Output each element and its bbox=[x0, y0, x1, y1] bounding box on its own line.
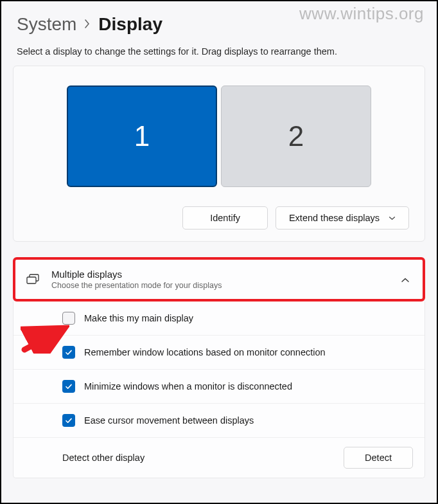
minimize-windows-checkbox[interactable] bbox=[62, 380, 75, 393]
svg-line-2 bbox=[24, 330, 60, 350]
expander-title: Multiple displays bbox=[51, 269, 401, 280]
displays-icon bbox=[26, 274, 40, 285]
detect-button[interactable]: Detect bbox=[344, 447, 413, 469]
monitor-2[interactable]: 2 bbox=[221, 86, 371, 187]
chevron-down-icon bbox=[389, 216, 396, 221]
watermark-text: www.wintips.org bbox=[299, 4, 424, 24]
page-subtitle: Select a display to change the settings … bbox=[13, 46, 425, 57]
option-ease-cursor: Ease cursor movement between displays bbox=[13, 403, 425, 437]
check-icon bbox=[65, 418, 73, 424]
option-minimize-windows: Minimize windows when a monitor is disco… bbox=[13, 369, 425, 403]
breadcrumb-parent[interactable]: System bbox=[17, 14, 76, 35]
display-mode-label: Extend these displays bbox=[289, 213, 380, 223]
display-mode-dropdown[interactable]: Extend these displays bbox=[276, 206, 409, 230]
page-title: Display bbox=[98, 14, 162, 35]
chevron-right-icon bbox=[84, 16, 91, 33]
display-arrangement-panel: 1 2 Identify Extend these displays bbox=[13, 66, 425, 242]
option-detect-display: Detect other display Detect bbox=[13, 437, 425, 478]
identify-button[interactable]: Identify bbox=[182, 206, 268, 230]
option-remember-locations: Remember window locations based on monit… bbox=[13, 335, 425, 369]
annotation-arrow-icon bbox=[21, 321, 69, 354]
remember-locations-label: Remember window locations based on monit… bbox=[84, 347, 326, 357]
main-display-label: Make this my main display bbox=[84, 313, 193, 323]
minimize-windows-label: Minimize windows when a monitor is disco… bbox=[84, 381, 292, 392]
svg-rect-1 bbox=[27, 277, 36, 284]
option-main-display: Make this my main display bbox=[13, 302, 425, 335]
multiple-displays-options: Make this my main display Remember windo… bbox=[13, 302, 425, 478]
ease-cursor-label: Ease cursor movement between displays bbox=[84, 415, 254, 426]
multiple-displays-expander[interactable]: Multiple displays Choose the presentatio… bbox=[13, 257, 425, 302]
monitor-1[interactable]: 1 bbox=[67, 86, 217, 187]
chevron-up-icon bbox=[401, 277, 410, 283]
ease-cursor-checkbox[interactable] bbox=[62, 414, 75, 427]
expander-description: Choose the presentation mode for your di… bbox=[51, 281, 401, 290]
detect-display-label: Detect other display bbox=[62, 453, 145, 463]
check-icon bbox=[65, 384, 73, 390]
